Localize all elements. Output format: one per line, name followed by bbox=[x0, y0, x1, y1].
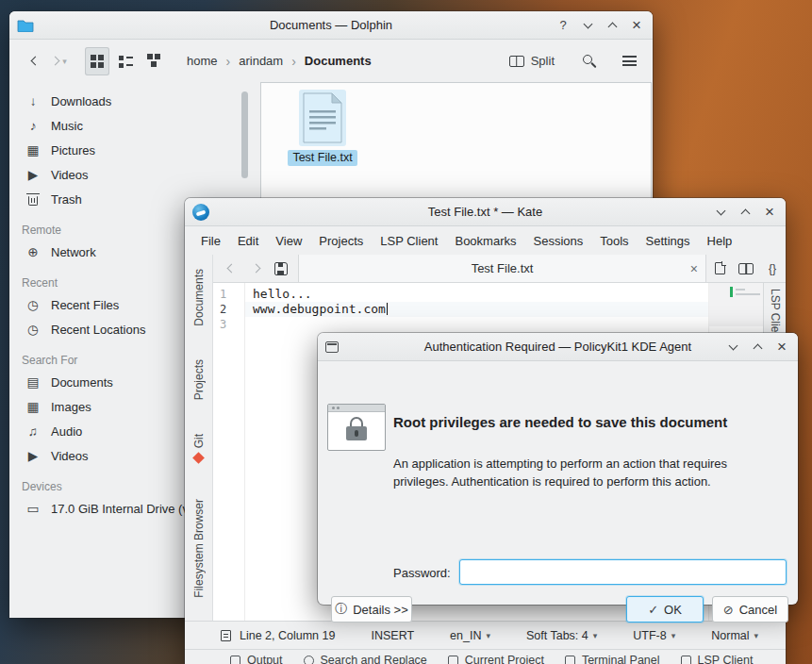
save-button[interactable] bbox=[268, 257, 294, 281]
tab-close-icon[interactable]: × bbox=[690, 261, 698, 276]
places-scrollbar[interactable] bbox=[241, 91, 248, 178]
check-icon: ✓ bbox=[648, 603, 658, 617]
dialog-titlebar[interactable]: Authentication Required — PolicyKit1 KDE… bbox=[318, 333, 798, 361]
trash-icon bbox=[25, 193, 41, 206]
menu-bookmarks[interactable]: Bookmarks bbox=[446, 229, 524, 252]
menu-tools[interactable]: Tools bbox=[591, 229, 637, 252]
toolview-git[interactable]: Git bbox=[185, 424, 212, 472]
dialog-body: Root privileges are needed to save this … bbox=[318, 361, 798, 605]
help-button[interactable]: ? bbox=[555, 17, 572, 34]
sidebar-item-pictures[interactable]: ▦Pictures bbox=[9, 138, 260, 162]
audio-icon: ♫ bbox=[25, 424, 41, 439]
view-mode-buttons bbox=[85, 47, 166, 75]
new-document-button[interactable] bbox=[706, 257, 733, 281]
breadcrumb-arindam[interactable]: arindam bbox=[239, 54, 283, 68]
close-button[interactable]: × bbox=[628, 17, 645, 34]
cursor-position[interactable]: Line 2, Column 19 bbox=[240, 629, 335, 642]
menu-settings[interactable]: Settings bbox=[638, 229, 699, 252]
code-symbols-button[interactable]: {} bbox=[759, 257, 786, 281]
cancel-button[interactable]: ⊘Cancel bbox=[712, 596, 788, 622]
split-label: Split bbox=[531, 54, 555, 68]
kate-menubar: File Edit View Projects LSP Client Bookm… bbox=[185, 226, 786, 255]
minimize-button[interactable] bbox=[579, 17, 596, 34]
maximize-button[interactable] bbox=[749, 339, 766, 356]
lock-icon-titlebar bbox=[328, 405, 385, 412]
tab-width-selector[interactable]: Soft Tabs: 4▾ bbox=[526, 629, 597, 642]
menu-view[interactable]: View bbox=[267, 229, 310, 252]
chevron-up-icon bbox=[607, 22, 617, 31]
code-line: hello... bbox=[245, 287, 708, 302]
maximize-button[interactable] bbox=[604, 17, 621, 34]
back-button[interactable] bbox=[23, 47, 47, 75]
dolphin-titlebar[interactable]: Documents — Dolphin ? × bbox=[9, 11, 653, 40]
dialog-heading: Root privileges are needed to save this … bbox=[393, 414, 789, 430]
icons-view-button[interactable] bbox=[85, 47, 109, 75]
chevron-left-icon bbox=[226, 264, 236, 274]
details-button[interactable]: ⓘDetails >> bbox=[331, 596, 412, 622]
document-icon bbox=[221, 630, 231, 641]
toolview-lsp-client-bottom[interactable]: LSP Client bbox=[681, 654, 754, 664]
sidebar-item-label: Images bbox=[51, 400, 91, 414]
encoding-selector[interactable]: UTF-8▾ bbox=[633, 629, 675, 642]
file-test-file[interactable]: Test File.txt bbox=[276, 92, 369, 166]
split-button[interactable]: Split bbox=[504, 47, 560, 75]
line-ending-selector[interactable]: Normal▾ bbox=[711, 629, 758, 642]
minimize-button[interactable] bbox=[712, 204, 729, 221]
hamburger-menu-button[interactable] bbox=[617, 47, 641, 75]
menu-lsp-client[interactable]: LSP Client bbox=[372, 229, 446, 252]
toolview-search-replace[interactable]: Search and Replace bbox=[304, 654, 427, 664]
maximize-button[interactable] bbox=[737, 204, 754, 221]
downloads-icon: ↓ bbox=[25, 94, 41, 108]
dictionary-selector[interactable]: en_IN▾ bbox=[450, 629, 490, 642]
search-icon bbox=[583, 55, 592, 64]
sidebar-item-label: Documents bbox=[51, 375, 113, 390]
breadcrumb-documents[interactable]: Documents bbox=[305, 54, 372, 68]
toolview-filesystem-browser[interactable]: Filesystem Browser bbox=[185, 486, 212, 610]
folder-icon bbox=[17, 19, 34, 32]
code-line bbox=[245, 317, 708, 332]
output-icon bbox=[230, 656, 240, 664]
chevron-down-icon: ▾ bbox=[486, 631, 490, 640]
window-controls: ? × bbox=[555, 17, 645, 34]
desktop: Documents — Dolphin ? × ▾ home › arindam… bbox=[0, 0, 812, 664]
toolview-current-project[interactable]: Current Project bbox=[448, 654, 544, 664]
videos-icon: ▶ bbox=[25, 167, 41, 182]
tree-view-button[interactable] bbox=[141, 47, 166, 75]
sidebar-item-label: Videos bbox=[51, 168, 89, 182]
toolview-terminal-panel[interactable]: Terminal Panel bbox=[565, 654, 660, 664]
chevron-down-icon: ▾ bbox=[593, 631, 598, 640]
text-file-icon bbox=[302, 92, 343, 143]
menu-edit[interactable]: Edit bbox=[229, 229, 267, 252]
sidebar-item-music[interactable]: ♪Music bbox=[9, 113, 260, 138]
window-controls: × bbox=[712, 204, 778, 221]
menu-projects[interactable]: Projects bbox=[310, 229, 372, 252]
forward-icon bbox=[51, 57, 60, 66]
sidebar-item-downloads[interactable]: ↓Downloads bbox=[9, 89, 260, 113]
menu-sessions[interactable]: Sessions bbox=[525, 229, 592, 252]
input-mode[interactable]: INSERT bbox=[371, 629, 414, 642]
forward-button[interactable]: ▾ bbox=[47, 47, 72, 75]
toolview-documents[interactable]: Documents bbox=[185, 267, 212, 327]
dialog-message: An application is attempting to perform … bbox=[393, 456, 782, 491]
split-view-button[interactable] bbox=[733, 257, 759, 281]
minimize-button[interactable] bbox=[724, 339, 741, 356]
breadcrumb-home[interactable]: home bbox=[187, 54, 218, 68]
close-button[interactable]: × bbox=[761, 204, 778, 221]
details-view-button[interactable] bbox=[113, 47, 138, 75]
search-button[interactable] bbox=[577, 47, 602, 75]
chevron-down-icon bbox=[728, 340, 737, 350]
sidebar-item-videos[interactable]: ▶Videos bbox=[9, 162, 260, 187]
tab-back-button[interactable] bbox=[219, 257, 243, 281]
close-button[interactable]: × bbox=[773, 339, 790, 356]
menu-help[interactable]: Help bbox=[699, 229, 741, 252]
menu-file[interactable]: File bbox=[192, 229, 229, 252]
ok-button[interactable]: ✓OK bbox=[626, 596, 704, 622]
tab-test-file[interactable]: Test File.txt × bbox=[298, 255, 706, 282]
terminal-icon bbox=[565, 656, 575, 664]
tab-forward-button[interactable] bbox=[243, 257, 268, 281]
password-input[interactable] bbox=[459, 559, 787, 585]
kate-titlebar[interactable]: Test File.txt * — Kate × bbox=[185, 198, 786, 226]
toolview-output[interactable]: Output bbox=[230, 654, 283, 664]
pictures-icon: ▦ bbox=[25, 142, 41, 158]
toolview-projects[interactable]: Projects bbox=[185, 354, 212, 407]
